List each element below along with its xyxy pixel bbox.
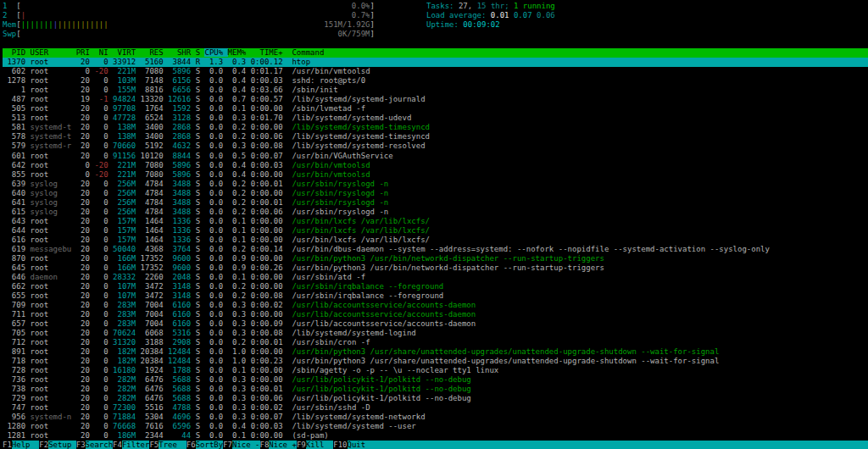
process-row[interactable]: 578 systemd-t 20 0 138M 3400 2868 S 0.0 …	[3, 132, 868, 141]
fkey-Help-button[interactable]: Help	[12, 441, 40, 449]
process-row[interactable]: 619 messagebu 20 0 50040 4368 3764 S 0.0…	[3, 245, 868, 254]
process-row[interactable]: 1278 root 20 0 103M 7148 6156 S 0.0 0.4 …	[3, 76, 868, 86]
process-row[interactable]: 505 root 20 0 97708 1764 1592 S 0.0 0.1 …	[3, 104, 868, 114]
meter-value: 151M/1.92G	[324, 20, 370, 30]
process-row[interactable]: 645 root 20 0 166M 17352 9600 S 0.0 0.9 …	[3, 263, 868, 273]
process-row[interactable]: 639 syslog 20 0 256M 4784 3488 S 0.0 0.2…	[3, 180, 868, 189]
process-row[interactable]: 718 root 20 0 182M 20384 12484 S 0.0 1.0…	[3, 357, 868, 366]
process-row[interactable]: 855 root 0 -20 221M 7080 5896 S 0.0 0.4 …	[3, 170, 868, 180]
column-header-TIME[interactable]: TIME+	[251, 48, 292, 57]
fkey-Nice+-button[interactable]: Nice +	[269, 441, 297, 449]
process-row[interactable]: 616 root 20 0 157M 1464 1336 S 0.0 0.1 0…	[3, 236, 868, 245]
swap-meter: Swp[0K/759M]	[3, 30, 868, 39]
process-row[interactable]: 644 root 20 0 157M 1464 1336 S 0.0 0.1 0…	[3, 226, 868, 236]
column-header-PRI[interactable]: PRI	[76, 48, 95, 57]
fkey-SortBy-button[interactable]: SortBy	[196, 441, 224, 449]
process-row[interactable]: 705 root 20 0 70624 6068 5316 S 0.0 0.3 …	[3, 329, 868, 338]
column-header-SHR[interactable]: SHR	[168, 48, 196, 57]
fkey-number-F3: F3	[76, 441, 86, 449]
blank-line	[3, 39, 868, 48]
meter-ticks: |	[21, 11, 25, 20]
process-row[interactable]: 655 root 20 0 107M 3472 3148 S 0.0 0.2 0…	[3, 291, 868, 301]
process-row[interactable]: 709 root 20 0 283M 7004 6160 S 0.0 0.3 0…	[3, 301, 868, 310]
column-header-CPU[interactable]: CPU%	[204, 48, 227, 57]
process-table-header: PID USER PRI NI VIRT RES SHR S CPU% MEM%…	[3, 48, 868, 58]
process-row[interactable]: 579 systemd-r 20 0 70660 5192 4632 S 0.0…	[3, 141, 868, 151]
process-row[interactable]: 1280 root 20 0 76668 7616 6596 S 0.0 0.4…	[3, 422, 868, 431]
htop-terminal: 1 [0.0%]2 [|0.7%]Mem[|||||||||||||||||||…	[0, 0, 868, 449]
fkey-number-F5: F5	[149, 441, 159, 449]
process-row[interactable]: 642 root 0 -20 221M 7080 5896 S 0.0 0.4 …	[3, 161, 868, 170]
load-average: Load average: 0.01 0.07 0.06	[426, 11, 555, 20]
fkey-number-F1: F1	[3, 441, 12, 449]
process-row[interactable]: 1370 root 20 0 33912 5160 3844 R 1.3 0.3…	[3, 58, 868, 67]
process-row[interactable]: 602 root 0 -20 221M 7080 5896 S 0.0 0.4 …	[3, 67, 868, 76]
tasks-summary: Tasks: 27, 15 thr; 1 running	[426, 2, 555, 11]
process-row[interactable]: 736 root 20 0 282M 6476 5688 S 0.0 0.3 0…	[3, 375, 868, 385]
meter-value: 0.7%	[352, 11, 370, 20]
column-header-USER[interactable]: USER	[31, 48, 76, 57]
fkey-number-F8: F8	[260, 441, 270, 449]
meter-ticks: |||||||||||||||||||	[21, 20, 108, 30]
process-row[interactable]: 601 root 20 0 91156 10120 8844 S 0.0 0.5…	[3, 152, 868, 161]
fkey-Quit-button[interactable]: Quit	[348, 441, 868, 449]
column-header-Command[interactable]: Command	[292, 48, 324, 57]
column-header-PID[interactable]: PID	[3, 48, 31, 57]
process-row[interactable]: 1 root 20 0 155M 8816 6656 S 0.0 0.4 0:0…	[3, 86, 868, 95]
fkey-Kill-button[interactable]: Kill	[306, 441, 334, 449]
process-table: 1370 root 20 0 33912 5160 3844 R 1.3 0.3…	[3, 58, 868, 441]
process-row[interactable]: 956 systemd-n 20 0 71884 5304 4696 S 0.0…	[3, 413, 868, 422]
process-row[interactable]: 513 root 20 0 47728 6524 3128 S 0.0 0.3 …	[3, 114, 868, 123]
fkey-number-F10: F10	[333, 441, 347, 449]
fkey-number-F7: F7	[223, 441, 232, 449]
process-row[interactable]: 662 root 20 0 107M 3472 3148 S 0.0 0.2 0…	[3, 282, 868, 291]
fkey-Nice--button[interactable]: Nice -	[232, 441, 260, 449]
fkey-Setup-button[interactable]: Setup	[48, 441, 76, 449]
fkey-number-F2: F2	[39, 441, 48, 449]
meter-value: 0K/759M	[338, 30, 370, 39]
column-header-RES[interactable]: RES	[141, 48, 169, 57]
header-right: Tasks: 27, 15 thr; 1 runningLoad average…	[426, 2, 555, 30]
fkey-number-F4: F4	[113, 441, 122, 449]
process-row[interactable]: 487 root 19 -1 94824 13320 12616 S 0.0 0…	[3, 95, 868, 104]
process-row[interactable]: 728 root 20 0 16180 1924 1788 S 0.0 0.1 …	[3, 366, 868, 375]
process-row[interactable]: 729 root 20 0 282M 6476 5688 S 0.0 0.3 0…	[3, 394, 868, 403]
process-row[interactable]: 640 syslog 20 0 256M 4784 3488 S 0.0 0.2…	[3, 189, 868, 198]
process-row[interactable]: 643 root 20 0 157M 1464 1336 S 0.0 0.1 0…	[3, 217, 868, 226]
process-row[interactable]: 646 daemon 20 0 28332 2260 2048 S 0.0 0.…	[3, 273, 868, 282]
uptime: Uptime: 00:09:02	[426, 20, 555, 30]
process-row[interactable]: 870 root 20 0 166M 17352 9600 S 0.0 0.9 …	[3, 254, 868, 263]
process-row[interactable]: 657 root 20 0 283M 7004 6160 S 0.0 0.3 0…	[3, 319, 868, 329]
meter-value: 0.0%	[352, 2, 370, 11]
process-row[interactable]: 641 syslog 20 0 256M 4784 3488 S 0.0 0.2…	[3, 198, 868, 208]
column-header-NI[interactable]: NI	[94, 48, 113, 57]
fkey-Search-button[interactable]: Search	[86, 441, 114, 449]
function-key-bar: F1Help F2Setup F3SearchF4FilterF5Tree F6…	[3, 441, 868, 449]
column-header-S[interactable]: S	[196, 48, 205, 57]
fkey-number-F9: F9	[297, 441, 306, 449]
process-row[interactable]: 615 syslog 20 0 256M 4784 3488 S 0.0 0.2…	[3, 208, 868, 217]
process-row[interactable]: 1281 root 20 0 186M 2344 44 S 0.0 0.1 0:…	[3, 431, 868, 441]
process-row[interactable]: 711 root 20 0 283M 7004 6160 S 0.0 0.3 0…	[3, 310, 868, 319]
process-row[interactable]: 738 root 20 0 282M 6476 5688 S 0.0 0.3 0…	[3, 385, 868, 394]
terminal-grid: 1 [0.0%]2 [|0.7%]Mem[|||||||||||||||||||…	[3, 2, 868, 449]
column-header-VIRT[interactable]: VIRT	[113, 48, 141, 57]
fkey-Tree-button[interactable]: Tree	[159, 441, 186, 449]
fkey-number-F6: F6	[186, 441, 196, 449]
process-row[interactable]: 747 root 20 0 72300 5516 4788 S 0.0 0.3 …	[3, 403, 868, 413]
process-row[interactable]: 712 root 20 0 31320 3188 2908 S 0.0 0.2 …	[3, 338, 868, 347]
process-row[interactable]: 891 root 20 0 182M 20384 12484 S 0.0 1.0…	[3, 347, 868, 357]
fkey-Filter-button[interactable]: Filter	[122, 441, 150, 449]
process-row[interactable]: 581 systemd-t 20 0 138M 3400 2868 S 0.0 …	[3, 123, 868, 132]
column-header-MEM[interactable]: MEM%	[228, 48, 251, 57]
